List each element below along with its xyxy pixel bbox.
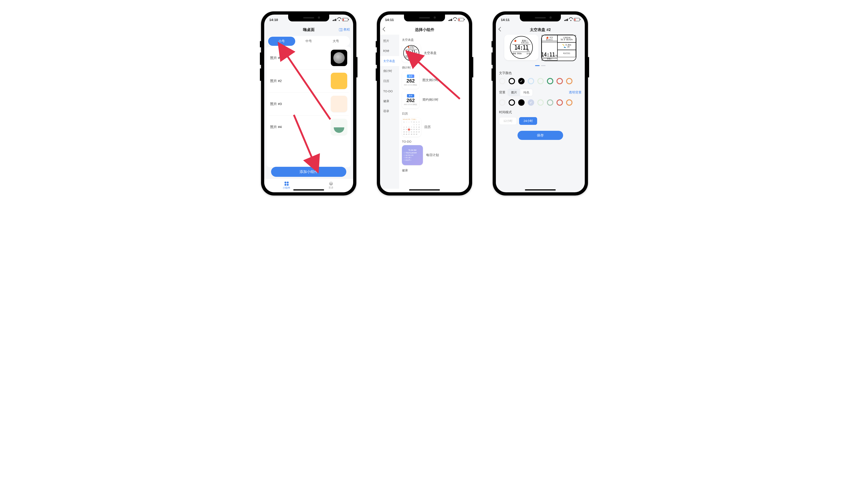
todo-preview: To do list 早睡早起身体棒 读书半小时 好心情～ 好运气～ [402,145,423,165]
tutorial-link[interactable]: 教程 [339,28,350,32]
picker-item-todo[interactable]: To do list 早睡早起身体棒 读书半小时 好心情～ 好运气～ 每日计划 [402,145,466,165]
category-item[interactable]: 时钟 [380,46,399,56]
widget-row[interactable]: 照片 #4 [269,115,349,138]
countdown-preview: 事件 262 2021-12-31 星期五 [402,91,419,108]
widget-row[interactable]: 照片 #2 [269,70,349,92]
battery-icon [342,18,348,21]
chevron-left-icon [383,27,387,32]
widget-picker[interactable]: 太空表盘 🍎 星期二4月13日 14:1129 👟39 睡眠 0h0m 0.0k… [399,35,469,188]
widget-name: 照片 #3 [270,102,282,106]
status-icons [564,18,580,21]
preview-medium[interactable]: 🍎 A13Bionic 已用空间50.0 GB/83% 14:1144 📏 0.… [541,35,576,61]
page-title: 太空表盘 #2 [530,27,551,32]
picker-item-label: 太空表盘 [424,51,437,55]
wifi-icon [453,18,457,21]
swatch-black-filled[interactable] [518,100,525,106]
widget-thumb [331,73,347,89]
swatch-black[interactable] [509,78,515,84]
label-text-color: 文字颜色 [499,71,582,75]
save-button[interactable]: 保存 [517,131,563,140]
category-item[interactable]: 倒计时 [380,66,399,76]
label-background: 背景 [499,90,506,94]
time-12h[interactable]: 12小时 [499,117,517,125]
swatch-green2[interactable] [547,100,553,106]
add-widget-button[interactable]: 添加小组件 [271,167,346,177]
picker-item-countdown[interactable]: 事件 262 2021-12-31 星期五 简约倒计时 [402,91,466,108]
dial-icon: 🍎星期二4月13日 14:11 44 睡眠 0h0m距离 [510,36,533,59]
status-time: 14:11 [385,18,394,22]
widget-list[interactable]: 照片 #1 照片 #2 照片 #3 照片 #4 [266,47,351,167]
size-segment[interactable]: 小号 中号 大号 [267,36,350,47]
phone-mock-3: 14:11 太空表盘 #2 🍎星期二4月13日 14:11 [493,12,588,196]
swatch-lightblue[interactable] [528,78,534,84]
chevron-left-icon [498,27,503,32]
time-mode-segment[interactable]: 12小时 24小时 [499,117,582,125]
more-icon [329,182,333,185]
picker-item-label: 简约倒计时 [422,98,438,102]
picker-item-dial[interactable]: 🍎 星期二4月13日 14:1129 👟39 睡眠 0h0m 0.0km 太空表… [402,44,466,62]
home-indicator[interactable] [525,190,556,191]
background-type-segment[interactable]: 图片 纯色 [508,89,533,96]
text-color-swatches [499,78,582,84]
bg-opt-image[interactable]: 图片 [508,89,520,96]
wifi-icon [337,18,341,21]
preview-small[interactable]: 🍎星期二4月13日 14:11 44 睡眠 0h0m距离 [504,35,538,60]
picker-item-countdown[interactable]: 事件 262 2021-12-31 星期五 图文倒计时 [402,72,466,89]
status-time: 14:10 [269,18,278,22]
widget-thumb [331,50,347,66]
battery-icon [574,18,580,21]
swatch-black[interactable] [509,100,515,106]
category-item[interactable]: 健康 [380,96,399,106]
swatch-red[interactable] [556,100,563,106]
swatch-grey-selected[interactable] [528,100,534,106]
size-large[interactable]: 大号 [322,37,349,46]
size-small[interactable]: 小号 [268,37,295,46]
status-icons [448,18,464,21]
widget-row[interactable]: 照片 #3 [269,92,349,115]
home-indicator[interactable] [409,190,440,191]
page-title: 嗨桌面 [303,27,315,32]
nav-bar: 嗨桌面 教程 [264,24,353,35]
widget-name: 照片 #1 [270,56,282,60]
widget-thumb [331,96,347,112]
category-sidebar[interactable]: 照片 时钟 太空表盘 倒计时 日历 TO-DO 健康 语录 [380,35,399,188]
bg-opt-solid[interactable]: 纯色 [520,89,533,96]
grid-icon [284,182,289,186]
swatch-white[interactable] [499,100,506,106]
swatch-orange[interactable] [566,100,572,106]
widget-row[interactable]: 照片 #1 [269,47,349,70]
page-dots [499,65,582,66]
book-icon [339,28,343,31]
picker-item-label: 日历 [424,125,431,129]
category-item[interactable]: 语录 [380,106,399,116]
swatch-green[interactable] [547,78,553,84]
swatch-black-selected[interactable] [518,78,525,84]
phone-mock-2: 14:11 选择小组件 照片 时钟 太空表盘 倒计时 日历 TO-DO [377,12,472,196]
swatch-orange[interactable] [566,78,572,84]
section-header: 倒计时 [402,66,466,70]
home-indicator[interactable] [294,190,324,191]
phone-mock-1: 14:10 嗨桌面 教程 小号 中号 大号 [261,12,356,196]
category-item[interactable]: TO-DO [380,86,399,96]
back-button[interactable] [499,28,502,32]
swatch-lightgreen[interactable] [537,100,544,106]
category-item[interactable]: 照片 [380,36,399,46]
dial-preview: 🍎 星期二4月13日 14:1129 👟39 睡眠 0h0m 0.0km [402,44,421,62]
preview-carousel[interactable]: 🍎星期二4月13日 14:11 44 睡眠 0h0m距离 🍎 A13Bionic… [499,35,582,61]
swatch-lightgreen[interactable] [537,78,544,84]
signal-icon [333,18,336,21]
category-item[interactable]: 日历 [380,76,399,86]
swatch-white[interactable] [499,78,506,84]
picker-item-calendar[interactable]: 4月13日 周二 三月初二 日一二三四五六1234567891011121314… [402,118,466,137]
bg-color-swatches [499,100,582,106]
category-item[interactable]: 太空表盘 [380,56,399,66]
time-24h[interactable]: 24小时 [519,117,537,125]
grid-dial-icon: 🍎 A13Bionic 已用空间50.0 GB/83% 14:1144 📏 0.… [542,35,576,60]
transparent-bg-link[interactable]: 透明背景 [569,90,582,94]
wifi-icon [569,18,573,21]
page-title: 选择小组件 [415,27,434,32]
swatch-red[interactable] [556,78,563,84]
size-medium[interactable]: 中号 [295,37,322,46]
back-button[interactable] [383,28,386,32]
label-time-mode: 时间模式 [499,110,582,114]
